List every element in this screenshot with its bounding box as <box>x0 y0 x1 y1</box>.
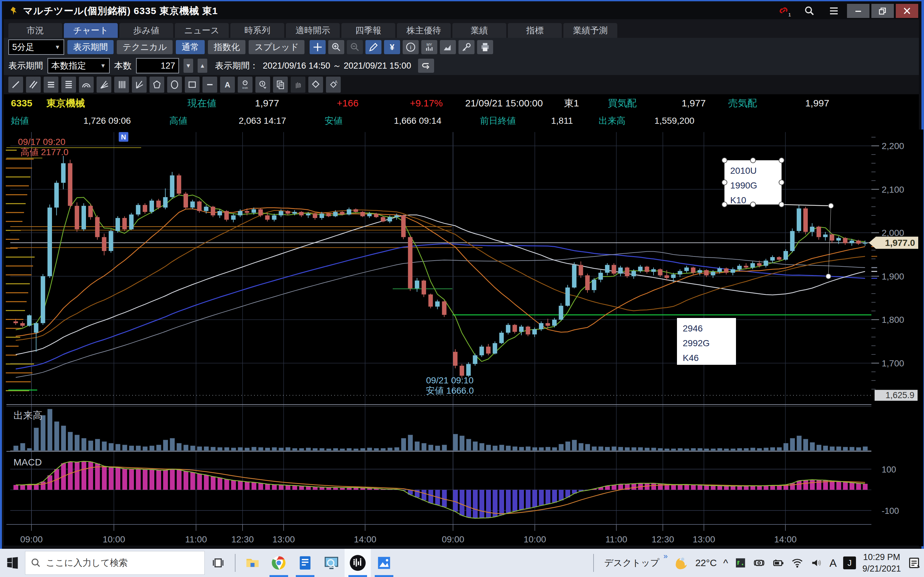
line-tool-icon[interactable] <box>8 77 23 93</box>
tab-chart[interactable]: チャート <box>64 23 118 38</box>
link-icon[interactable]: 1 <box>774 4 796 18</box>
chart-area[interactable]: 2,2002,1002,0001,9001,8001,700100-1001,9… <box>4 129 919 546</box>
chart-canvas: 2,2002,1002,0001,9001,8001,700100-1001,9… <box>4 129 923 546</box>
tray-display-icon[interactable] <box>753 557 765 569</box>
pencil-icon[interactable] <box>365 40 381 54</box>
tab-shikiho[interactable]: 四季報 <box>341 23 395 38</box>
tray-indicator-icon[interactable] <box>734 557 746 569</box>
battery-icon[interactable] <box>772 556 784 569</box>
tab-market[interactable]: 市況 <box>8 23 62 38</box>
pentagon-tool-icon[interactable] <box>150 77 164 93</box>
tab-timeseries[interactable]: 時系列 <box>230 23 284 38</box>
spread-button[interactable]: スプレッド <box>249 40 304 54</box>
svg-text:12:30: 12:30 <box>231 534 254 544</box>
reset-period-button[interactable] <box>418 59 434 73</box>
search-icon[interactable] <box>798 4 821 18</box>
eraser-all-tool-icon[interactable]: A <box>326 77 341 93</box>
parallel-line-tool-icon[interactable] <box>26 77 41 93</box>
count-input[interactable]: 127 <box>136 58 179 73</box>
prevclose-value: 1,811 <box>551 116 573 126</box>
h-segment-tool-icon[interactable] <box>202 77 217 93</box>
text-tool-icon[interactable]: A <box>220 77 235 93</box>
timeframe-select[interactable]: 5分足 ▼ <box>8 39 64 55</box>
tab-tick[interactable]: 歩み値 <box>120 23 173 38</box>
taskbar-tray: デスクトップ» 22°C ^ A J 10:29 PM 9/21/2021 <box>590 551 924 574</box>
tab-indicator[interactable]: 指標 <box>508 23 562 38</box>
weather-moon-icon[interactable] <box>674 556 689 570</box>
volume-icon[interactable] <box>810 556 823 569</box>
rectangle-tool-icon[interactable] <box>185 77 200 93</box>
price-label: 現在値 <box>188 97 216 110</box>
tab-benefit[interactable]: 株主優待 <box>397 23 451 38</box>
svg-text:09/17 09:20: 09/17 09:20 <box>18 137 65 147</box>
crosshair-icon[interactable] <box>310 40 326 54</box>
info-icon[interactable]: i <box>403 40 419 54</box>
svg-text:N: N <box>121 133 126 141</box>
start-button[interactable] <box>0 549 25 577</box>
search-placeholder: ここに入力して検索 <box>46 557 128 569</box>
tab-results[interactable]: 業績 <box>452 23 506 38</box>
minimize-button[interactable] <box>847 4 869 18</box>
technical-button[interactable]: テクニカル <box>117 40 173 54</box>
eraser-tool-icon[interactable] <box>309 77 323 93</box>
wrench-icon[interactable] <box>459 40 475 54</box>
yen-icon[interactable]: ¥ <box>384 40 400 54</box>
fan-line-tool-icon[interactable] <box>97 77 111 93</box>
screen-search-app-icon[interactable] <box>318 549 344 577</box>
my-chart-icon[interactable]: MY <box>421 40 437 54</box>
task-view-icon[interactable] <box>205 549 231 577</box>
ime-mode-j[interactable]: J <box>843 556 856 569</box>
icon-stamp-tool-icon[interactable]: icon <box>238 77 252 93</box>
fibonacci-arc-tool-icon[interactable] <box>79 77 94 93</box>
count-up-button[interactable]: ▲ <box>198 59 207 73</box>
print-icon[interactable] <box>477 40 493 54</box>
taskbar-search-input[interactable]: ここに入力して検索 <box>25 551 205 575</box>
trend-rays-tool-icon[interactable] <box>132 77 147 93</box>
tab-news[interactable]: ニュース <box>175 23 229 38</box>
indexed-button[interactable]: 指数化 <box>208 40 246 54</box>
svg-text:10:00: 10:00 <box>523 534 546 544</box>
photos-app-icon[interactable] <box>371 549 397 577</box>
open-value: 1,726 09:06 <box>83 116 131 126</box>
tray-expand-icon[interactable]: ^ <box>723 557 728 569</box>
weather-temp[interactable]: 22°C <box>695 558 717 568</box>
close-button[interactable] <box>896 4 918 18</box>
volume-value: 1,559,200 <box>654 116 695 126</box>
zoom-in-icon[interactable] <box>328 40 344 54</box>
clock-time: 10:29 PM <box>863 551 901 563</box>
time-marker-tool-icon[interactable] <box>255 77 270 93</box>
svg-text:1,700: 1,700 <box>882 358 904 368</box>
high-value: 2,063 14:17 <box>239 116 286 126</box>
normal-button[interactable]: 通常 <box>176 40 205 54</box>
desktop-toolbar[interactable]: デスクトップ» <box>604 557 668 569</box>
tab-disclosure[interactable]: 適時開示 <box>286 23 340 38</box>
ask-label: 売気配 <box>728 97 757 110</box>
wifi-icon[interactable] <box>791 556 804 569</box>
restore-button[interactable] <box>871 4 894 18</box>
copy-tool-icon[interactable] <box>273 77 288 93</box>
price-change-pct: +9.17% <box>410 98 443 109</box>
mail-app-icon[interactable] <box>292 549 318 577</box>
h-lines4-tool-icon[interactable] <box>61 77 76 93</box>
count-down-button[interactable]: ▼ <box>184 59 193 73</box>
chevron-down-icon: ▼ <box>100 63 106 69</box>
hand-tool-icon[interactable] <box>291 77 305 93</box>
period-mode-select[interactable]: 本数指定 ▼ <box>47 58 110 73</box>
chrome-icon[interactable] <box>266 549 292 577</box>
notification-center-icon[interactable] <box>907 556 921 570</box>
v-lines-tool-icon[interactable] <box>114 77 129 93</box>
svg-text:1,800: 1,800 <box>882 315 904 325</box>
h-lines3-tool-icon[interactable] <box>44 77 58 93</box>
svg-text:1,977.0: 1,977.0 <box>885 238 915 248</box>
period-mode-value: 本数指定 <box>51 60 86 71</box>
ellipse-tool-icon[interactable] <box>167 77 182 93</box>
file-explorer-icon[interactable] <box>239 549 266 577</box>
menu-icon[interactable] <box>822 4 845 18</box>
display-period-button[interactable]: 表示期間 <box>67 40 113 54</box>
tab-forecast[interactable]: 業績予測 <box>564 23 617 38</box>
taskbar-clock[interactable]: 10:29 PM 9/21/2021 <box>863 551 901 574</box>
area-chart-icon[interactable] <box>440 40 456 54</box>
svg-text:1990G: 1990G <box>730 181 757 190</box>
trading-app-icon[interactable] <box>344 549 371 577</box>
ime-mode-a[interactable]: A <box>829 557 837 569</box>
